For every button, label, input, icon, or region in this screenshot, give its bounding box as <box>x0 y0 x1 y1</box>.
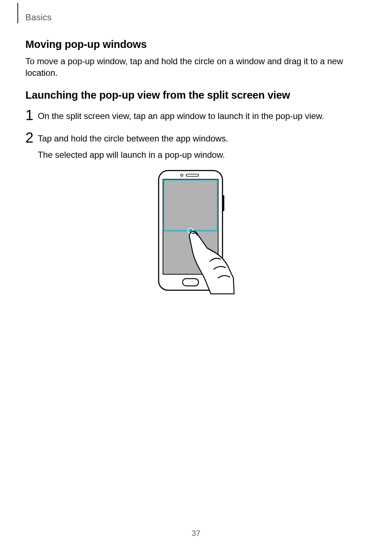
step-number: 2 <box>25 130 38 145</box>
step-text: Tap and hold the circle between the app … <box>38 132 367 145</box>
heading-moving-popup: Moving pop-up windows <box>25 38 367 50</box>
figure-phone-split-screen <box>25 169 367 297</box>
svg-rect-1 <box>222 195 224 211</box>
step-text: On the split screen view, tap an app win… <box>38 110 367 123</box>
heading-launching-popup: Launching the pop-up view from the split… <box>25 89 367 101</box>
step-number: 1 <box>25 108 38 122</box>
paragraph-moving-popup: To move a pop-up window, tap and hold th… <box>25 56 367 79</box>
step-2: 2 Tap and hold the circle between the ap… <box>25 132 367 161</box>
phone-illustration-icon <box>156 169 236 297</box>
section-header: Basics <box>25 12 52 22</box>
page-number: 37 <box>0 529 392 538</box>
step-text: The selected app will launch in a pop-up… <box>38 149 367 161</box>
svg-rect-7 <box>183 279 199 286</box>
header-divider <box>17 3 18 23</box>
step-1: 1 On the split screen view, tap an app w… <box>25 110 367 124</box>
